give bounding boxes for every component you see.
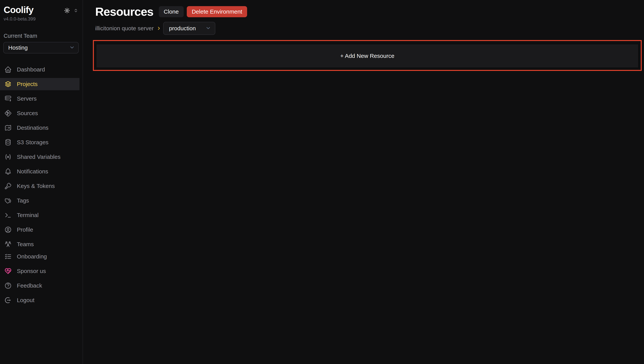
sidebar-item-label: Tags	[17, 197, 29, 204]
sidebar-item-label: Terminal	[17, 212, 38, 218]
layers-icon	[4, 80, 12, 88]
heart-hands-icon	[4, 267, 12, 275]
sidebar-item-label: S3 Storages	[17, 139, 48, 146]
sidebar-item-teams[interactable]: Teams	[0, 238, 80, 250]
sidebar-item-onboarding[interactable]: Onboarding	[0, 250, 80, 263]
checklist-icon	[4, 253, 12, 260]
sidebar-item-projects[interactable]: Projects	[0, 78, 80, 90]
page-title: Resources	[95, 6, 154, 18]
team-select[interactable]: Hosting	[3, 42, 79, 54]
sidebar-item-shared-variables[interactable]: Shared Variables	[0, 151, 80, 163]
sidebar-item-dashboard[interactable]: Dashboard	[0, 64, 80, 76]
chevron-down-icon	[205, 25, 211, 32]
tags-icon	[4, 197, 12, 204]
sidebar-item-label: Servers	[17, 96, 36, 102]
sidebar-item-keys-tokens[interactable]: Keys & Tokens	[0, 180, 80, 192]
sidebar-item-servers[interactable]: Servers	[0, 92, 80, 105]
sidebar-item-label: Keys & Tokens	[17, 183, 55, 189]
sidebar-item-feedback[interactable]: Feedback	[0, 280, 80, 292]
sidebar-item-logout[interactable]: Logout	[0, 294, 80, 306]
user-circle-icon	[4, 226, 12, 234]
sidebar-item-terminal[interactable]: Terminal	[0, 209, 80, 221]
sidebar-nav: Dashboard Projects	[0, 54, 82, 307]
sidebar-item-sources[interactable]: Sources	[0, 107, 80, 119]
sidebar-item-label: Feedback	[17, 282, 42, 289]
home-icon	[4, 66, 12, 73]
breadcrumb-project-link[interactable]: illicitonion quote server	[95, 25, 154, 32]
chevron-down-icon	[69, 44, 75, 51]
version-switch-chevrons-icon[interactable]	[73, 8, 78, 14]
sidebar-item-label: Notifications	[17, 168, 48, 175]
sidebar-item-label: Sources	[17, 110, 38, 116]
sidebar-item-label: Logout	[17, 297, 34, 304]
sidebar-item-label: Destinations	[17, 124, 48, 131]
sidebar-item-destinations[interactable]: Destinations	[0, 122, 80, 134]
annotation-highlight-box: + Add New Resource	[93, 40, 642, 71]
theme-toggle-sun-icon[interactable]	[64, 7, 70, 14]
app-version: v4.0.0-beta.399	[4, 16, 82, 22]
variables-icon	[4, 153, 12, 161]
bell-icon	[4, 168, 12, 175]
sidebar-item-label: Teams	[17, 241, 34, 248]
sidebar-item-profile[interactable]: Profile	[0, 224, 80, 236]
sidebar-item-label: Dashboard	[17, 66, 45, 73]
sidebar-item-label: Sponsor us	[17, 268, 46, 274]
page-header: Resources Clone Delete Environment	[95, 6, 644, 18]
current-team-label: Current Team	[4, 33, 82, 39]
coolify-app: Coolify v4.0.0-beta.399 Current Team Hos…	[0, 0, 644, 364]
add-new-resource-label: + Add New Resource	[340, 53, 394, 59]
main-content: Resources Clone Delete Environment illic…	[83, 0, 644, 364]
key-icon	[4, 182, 12, 190]
sidebar-item-notifications[interactable]: Notifications	[0, 165, 80, 178]
sidebar-item-s3-storages[interactable]: S3 Storages	[0, 136, 80, 148]
environment-select[interactable]: production	[163, 22, 215, 35]
logout-icon	[4, 296, 12, 304]
delete-environment-button[interactable]: Delete Environment	[187, 6, 247, 17]
sidebar: Coolify v4.0.0-beta.399 Current Team Hos…	[0, 0, 83, 364]
app-logo: Coolify	[4, 5, 34, 15]
git-diamond-icon	[4, 110, 12, 117]
map-x-icon	[4, 124, 12, 132]
sidebar-item-label: Projects	[17, 81, 38, 87]
help-icon	[4, 282, 12, 290]
database-icon	[4, 138, 12, 146]
sidebar-item-label: Profile	[17, 226, 33, 233]
sidebar-item-sponsor-us[interactable]: Sponsor us	[0, 265, 80, 277]
sidebar-item-label: Shared Variables	[17, 154, 60, 160]
chevron-right-icon	[156, 26, 161, 31]
logo-row: Coolify	[4, 5, 78, 15]
add-new-resource-button[interactable]: + Add New Resource	[96, 44, 639, 68]
environment-select-value: production	[169, 25, 196, 32]
team-icon	[4, 240, 12, 248]
terminal-icon	[4, 211, 12, 219]
breadcrumb: illicitonion quote server production	[95, 22, 644, 35]
team-select-value: Hosting	[8, 44, 28, 51]
server-bolt-icon	[4, 95, 12, 102]
sidebar-item-tags[interactable]: Tags	[0, 194, 80, 207]
sidebar-item-label: Onboarding	[17, 253, 47, 260]
clone-button[interactable]: Clone	[159, 6, 184, 17]
